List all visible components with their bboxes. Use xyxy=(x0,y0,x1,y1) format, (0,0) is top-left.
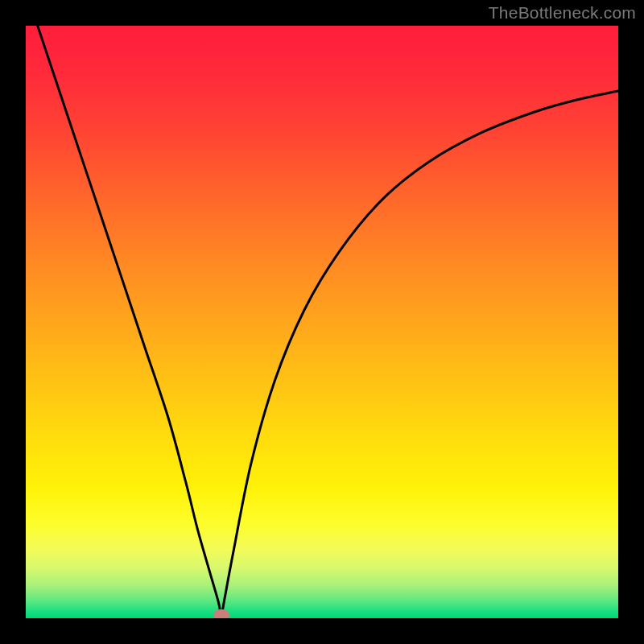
bottleneck-curve xyxy=(26,26,618,618)
chart-frame: TheBottleneck.com xyxy=(0,0,644,644)
min-marker xyxy=(213,609,229,618)
watermark-text: TheBottleneck.com xyxy=(489,3,636,23)
plot-area xyxy=(26,26,618,618)
